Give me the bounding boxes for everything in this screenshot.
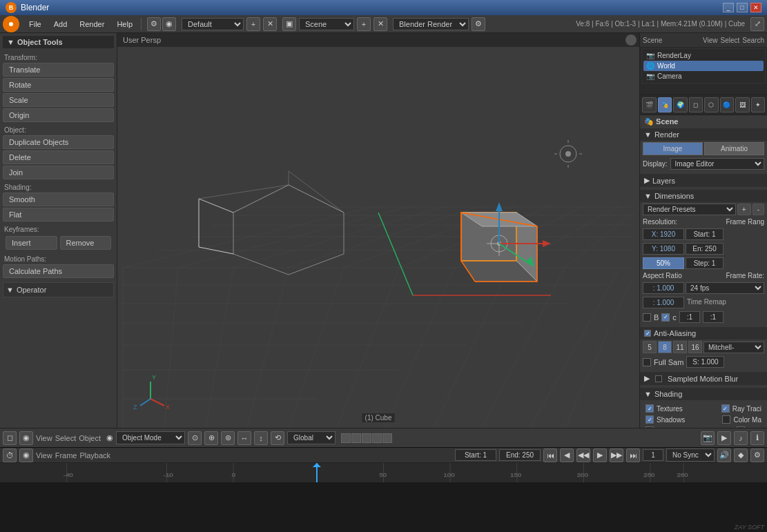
translate-button[interactable]: Translate (3, 63, 114, 77)
minimize-button[interactable]: _ (723, 3, 734, 12)
outliner-item-renderlay[interactable]: 📷 RenderLay (643, 50, 764, 61)
flat-button[interactable]: Flat (3, 208, 114, 221)
prop-tab-object[interactable]: ◻ (689, 97, 703, 112)
s-value-input[interactable] (686, 356, 724, 368)
toolbar-icon-2[interactable]: ◉ (162, 17, 176, 31)
full-sam-checkbox[interactable] (643, 358, 651, 366)
menu-file[interactable]: File (23, 19, 47, 30)
sync-select[interactable]: No Sync (666, 449, 715, 462)
viewport[interactable]: User Persp (117, 33, 639, 428)
layer-3[interactable] (362, 433, 371, 443)
remove-workspace-button[interactable]: ✕ (263, 17, 277, 31)
keyframe-button[interactable]: ◆ (734, 449, 748, 462)
delete-button[interactable]: Delete (3, 150, 114, 164)
shadows-checkbox[interactable] (645, 415, 654, 424)
view-menu-btn[interactable]: View (36, 434, 52, 442)
ray-tracing-checkbox[interactable] (721, 404, 730, 413)
current-frame-input[interactable] (643, 449, 663, 461)
select-menu-btn[interactable]: Select (55, 434, 77, 442)
percent-button[interactable]: 50% (643, 257, 684, 269)
res-x-input[interactable] (643, 228, 684, 240)
textures-checkbox[interactable] (645, 404, 654, 413)
aspect-x-input[interactable] (643, 282, 684, 294)
time-remap-1-input[interactable] (679, 311, 700, 323)
aa-5-button[interactable]: 5 (643, 341, 657, 353)
duplicate-objects-button[interactable]: Duplicate Objects (3, 135, 114, 149)
scale-button[interactable]: Scale (3, 93, 114, 107)
subsurfa-checkbox[interactable] (645, 426, 654, 428)
animation-render-button[interactable]: Animatio (704, 142, 764, 155)
menu-add[interactable]: Add (48, 19, 73, 30)
renderer-select[interactable]: Blender Render (393, 18, 469, 30)
panel-collapse-icon[interactable]: ▼ (7, 38, 14, 46)
aa-8-button[interactable]: 8 (658, 341, 672, 353)
render-anim-button[interactable]: ▶ (717, 431, 731, 445)
render-presets-select[interactable]: Render Presets (643, 204, 736, 215)
end-frame-tl-input[interactable] (499, 449, 541, 461)
global-select[interactable]: Global (287, 431, 336, 444)
aa-16-button[interactable]: 16 (688, 341, 702, 353)
sampled-motion-blur-header[interactable]: ▶ Sampled Motion Blur (640, 372, 767, 385)
smb-checkbox[interactable] (655, 375, 662, 382)
timeline-playback-btn[interactable]: Playback (79, 451, 110, 460)
origin-button[interactable]: Origin (3, 108, 114, 122)
aspect-y-input[interactable] (643, 297, 684, 308)
render-section-header[interactable]: ▼ Render (640, 128, 767, 141)
add-scene-button[interactable]: + (357, 17, 371, 31)
render-audio-button[interactable]: ♪ (734, 431, 748, 445)
prop-tab-material[interactable]: 🔵 (720, 97, 735, 112)
add-workspace-button[interactable]: + (246, 17, 260, 31)
layer-1[interactable] (341, 433, 351, 443)
audio-button[interactable]: 🔊 (717, 449, 731, 462)
display-select[interactable]: Image Editor (670, 158, 764, 170)
workspace-select[interactable]: Default (182, 18, 244, 30)
snap-icon[interactable]: ⊕ (204, 431, 218, 445)
time-remap-2-input[interactable] (703, 311, 724, 323)
menu-help[interactable]: Help (111, 19, 138, 30)
step-input[interactable] (686, 257, 724, 269)
manipulator-icon-2[interactable]: ↕ (254, 431, 268, 445)
timeline-ruler[interactable]: -40 -10 0 50 100 150 200 250 260 (0, 463, 767, 482)
timeline-frame-btn[interactable]: Frame (55, 451, 77, 460)
view-menu[interactable]: View (703, 37, 718, 44)
scene-select[interactable]: Scene (299, 18, 354, 30)
layer-2[interactable] (351, 433, 361, 443)
b-checkbox[interactable] (643, 313, 651, 322)
maximize-button[interactable]: □ (737, 3, 748, 12)
jump-start-button[interactable]: ⏮ (543, 449, 557, 462)
timeline-settings-button[interactable]: ⚙ (750, 449, 764, 462)
join-button[interactable]: Join (3, 166, 114, 179)
dimensions-header[interactable]: ▼ Dimensions (640, 190, 767, 202)
res-y-input[interactable] (643, 243, 684, 255)
toggle-btn[interactable]: ◉ (19, 431, 33, 445)
shading-header-right[interactable]: ▼ Shading (640, 388, 767, 400)
add-preset-button[interactable]: + (737, 204, 751, 215)
prop-tab-mesh[interactable]: ⬡ (704, 97, 719, 112)
aa-11-button[interactable]: 11 (673, 341, 687, 353)
aa-filter-select[interactable]: Mitchell- (703, 342, 764, 353)
mode-select[interactable]: Object Mode (116, 431, 185, 444)
object-menu-btn[interactable]: Object (79, 434, 101, 442)
operator-collapse-icon[interactable]: ▼ (6, 286, 14, 294)
start-frame-tl-input[interactable] (455, 449, 496, 461)
end-frame-input[interactable] (686, 243, 724, 255)
fullscreen-button[interactable]: ⤢ (750, 17, 764, 31)
smooth-button[interactable]: Smooth (3, 193, 114, 206)
c-checkbox[interactable] (661, 313, 670, 322)
timeline-toggle[interactable]: ◉ (19, 449, 33, 462)
prev-frame-button[interactable]: ◀ (560, 449, 574, 462)
calculate-paths-button[interactable]: Calculate Paths (3, 264, 114, 278)
layer-4[interactable] (372, 433, 382, 443)
manipulator-icon-1[interactable]: ↔ (237, 431, 251, 445)
viewport-options-button[interactable] (625, 35, 637, 46)
manipulator-icon-3[interactable]: ⟲ (271, 431, 284, 445)
layer-5[interactable] (382, 433, 392, 443)
play-back-button[interactable]: ◀◀ (576, 449, 590, 462)
prop-tab-texture[interactable]: 🖼 (735, 97, 750, 112)
render-button[interactable]: 📷 (701, 431, 715, 445)
image-render-button[interactable]: Image (643, 142, 703, 155)
search-menu[interactable]: Search (742, 37, 764, 44)
proportional-icon[interactable]: ⊚ (221, 431, 235, 445)
frame-rate-select[interactable]: 24 fps (686, 282, 764, 294)
renderer-settings-button[interactable]: ⚙ (472, 17, 485, 31)
